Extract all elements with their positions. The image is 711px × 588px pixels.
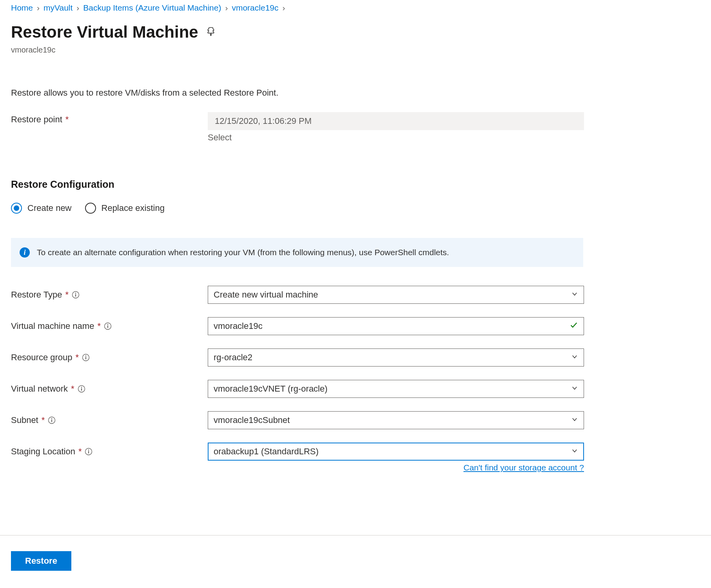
svg-point-10 xyxy=(81,387,82,388)
virtual-network-label: Virtual network xyxy=(11,384,68,394)
radio-circle-icon xyxy=(11,203,22,214)
svg-rect-11 xyxy=(81,388,82,391)
chevron-right-icon: › xyxy=(76,3,79,13)
svg-point-16 xyxy=(88,450,89,450)
restore-type-value: Create new virtual machine xyxy=(214,290,318,300)
required-asterisk: * xyxy=(71,384,74,394)
svg-rect-8 xyxy=(85,357,86,359)
svg-point-13 xyxy=(51,418,52,419)
required-asterisk: * xyxy=(78,446,82,457)
resource-group-select[interactable]: rg-oracle2 xyxy=(208,348,584,367)
subnet-label: Subnet xyxy=(11,415,38,425)
resource-group-value: rg-oracle2 xyxy=(214,352,252,363)
required-asterisk: * xyxy=(76,352,79,363)
svg-rect-2 xyxy=(75,294,76,297)
resource-group-label: Resource group xyxy=(11,352,73,363)
vm-name-input[interactable]: vmoracle19c xyxy=(208,317,584,335)
restore-point-value: 12/15/2020, 11:06:29 PM xyxy=(208,112,584,130)
radio-replace-existing-label: Replace existing xyxy=(102,203,165,213)
chevron-right-icon: › xyxy=(225,3,228,13)
chevron-down-icon xyxy=(571,352,578,363)
svg-point-4 xyxy=(107,324,108,325)
staging-location-label: Staging Location xyxy=(11,446,75,457)
info-icon: i xyxy=(20,247,30,258)
footer-separator xyxy=(0,535,711,535)
breadcrumb-home[interactable]: Home xyxy=(11,3,33,13)
info-icon[interactable] xyxy=(78,385,85,393)
vm-name-label: Virtual machine name xyxy=(11,321,94,331)
page-subtitle: vmoracle19c xyxy=(11,45,700,54)
virtual-network-value: vmoracle19cVNET (rg-oracle) xyxy=(214,384,328,394)
subnet-value: vmoracle19cSubnet xyxy=(214,415,290,425)
restore-button[interactable]: Restore xyxy=(11,551,71,571)
description-text: Restore allows you to restore VM/disks f… xyxy=(11,88,700,98)
breadcrumb-vault[interactable]: myVault xyxy=(44,3,73,13)
chevron-down-icon xyxy=(571,290,578,300)
svg-point-1 xyxy=(75,293,76,294)
breadcrumb: Home › myVault › Backup Items (Azure Vir… xyxy=(11,0,700,13)
breadcrumb-vm[interactable]: vmoracle19c xyxy=(232,3,278,13)
info-icon[interactable] xyxy=(104,322,112,330)
restore-point-label: Restore point xyxy=(11,114,62,125)
restore-configuration-heading: Restore Configuration xyxy=(11,179,700,190)
chevron-right-icon: › xyxy=(283,3,285,13)
staging-location-select[interactable]: orabackup1 (StandardLRS) xyxy=(208,443,584,461)
radio-circle-icon xyxy=(85,203,96,214)
chevron-right-icon: › xyxy=(37,3,40,13)
svg-rect-5 xyxy=(107,326,108,328)
pin-icon[interactable] xyxy=(206,26,216,38)
svg-point-7 xyxy=(85,356,86,356)
staging-location-value: orabackup1 (StandardLRS) xyxy=(214,446,319,457)
vm-name-value: vmoracle19c xyxy=(214,321,263,331)
restore-config-radio-group: Create new Replace existing xyxy=(11,203,700,214)
chevron-down-icon xyxy=(571,446,578,457)
restore-type-select[interactable]: Create new virtual machine xyxy=(208,286,584,304)
info-banner: i To create an alternate configuration w… xyxy=(11,238,583,267)
required-asterisk: * xyxy=(97,321,101,331)
page-title: Restore Virtual Machine xyxy=(11,23,198,42)
storage-account-help-link[interactable]: Can't find your storage account ? xyxy=(11,463,584,472)
breadcrumb-backup-items[interactable]: Backup Items (Azure Virtual Machine) xyxy=(83,3,221,13)
required-asterisk: * xyxy=(65,114,69,125)
info-icon[interactable] xyxy=(72,291,80,299)
required-asterisk: * xyxy=(42,415,45,425)
required-asterisk: * xyxy=(65,290,69,300)
svg-rect-17 xyxy=(88,451,89,454)
info-icon[interactable] xyxy=(82,354,90,361)
radio-replace-existing[interactable]: Replace existing xyxy=(85,203,165,214)
chevron-down-icon xyxy=(571,384,578,394)
radio-create-new-label: Create new xyxy=(27,203,72,213)
radio-create-new[interactable]: Create new xyxy=(11,203,72,214)
checkmark-icon xyxy=(570,321,578,332)
info-icon[interactable] xyxy=(85,448,93,456)
restore-type-label: Restore Type xyxy=(11,290,62,300)
svg-rect-14 xyxy=(51,420,52,422)
virtual-network-select[interactable]: vmoracle19cVNET (rg-oracle) xyxy=(208,380,584,398)
chevron-down-icon xyxy=(571,415,578,425)
info-icon[interactable] xyxy=(48,416,56,424)
restore-point-select-link[interactable]: Select xyxy=(208,132,232,143)
subnet-select[interactable]: vmoracle19cSubnet xyxy=(208,411,584,429)
info-banner-message: To create an alternate configuration whe… xyxy=(37,248,449,257)
